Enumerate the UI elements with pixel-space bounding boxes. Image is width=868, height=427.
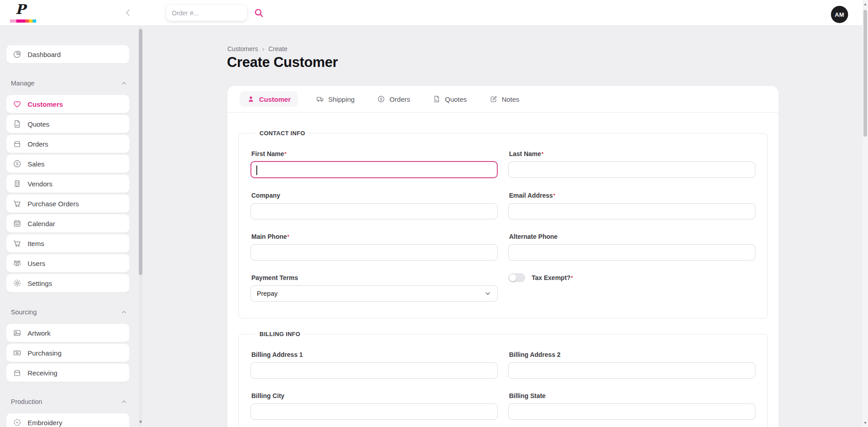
billing-address-2-input[interactable]	[508, 362, 755, 379]
sidebar-scroll-down-icon[interactable]: ▼	[137, 419, 144, 425]
sidebar-collapse-button[interactable]	[123, 8, 133, 18]
chevron-up-icon	[120, 308, 127, 316]
logo-colorbar	[10, 19, 36, 23]
svg-text:$: $	[380, 97, 382, 101]
sidebar-item-users[interactable]: Users	[6, 254, 129, 272]
sidebar-item-purchase-orders[interactable]: Purchase Orders	[6, 195, 129, 213]
page-scrollbar[interactable]: ▲ ▼	[863, 0, 868, 427]
field-label-text: Tax Exempt?	[532, 274, 571, 281]
last-name-input[interactable]	[508, 161, 755, 178]
page-scrollbar-thumb[interactable]	[863, 10, 867, 137]
company-input[interactable]	[250, 203, 498, 219]
page-title: Create Customer	[227, 54, 338, 71]
email-address-input[interactable]	[508, 203, 755, 219]
field-label: Tax Exempt?*	[532, 274, 573, 282]
sidebar-item-label: Items	[28, 240, 44, 247]
main-phone-input[interactable]	[250, 244, 498, 261]
section-header-manage[interactable]: Manage	[11, 80, 127, 87]
alternate-phone-input[interactable]	[508, 244, 755, 261]
money-icon	[13, 348, 22, 357]
field-grid: First Name*Last Name*CompanyEmail Addres…	[250, 150, 755, 302]
sidebar-item-label: Purchase Orders	[28, 200, 79, 208]
sidebar-item-label: Quotes	[28, 120, 49, 128]
chevron-left-icon	[123, 8, 133, 18]
tab-shipping[interactable]: Shipping	[311, 91, 359, 107]
logo-letter: P	[15, 1, 26, 17]
tab-label: Shipping	[328, 95, 354, 103]
field-email-address: Email Address*	[508, 192, 755, 219]
search-button[interactable]	[254, 8, 264, 18]
logo-colorbar-segment	[16, 19, 25, 23]
billing-address-1-input[interactable]	[250, 362, 498, 379]
tab-notes[interactable]: Notes	[485, 91, 524, 107]
section-billing-info: BILLING INFOBilling Address 1Billing Add…	[238, 331, 768, 427]
first-name-input[interactable]	[250, 161, 498, 178]
sidebar-scrollbar[interactable]	[139, 26, 142, 426]
order-search-input[interactable]	[166, 5, 247, 21]
field-label-text: First Name	[251, 150, 284, 157]
section-header-production[interactable]: Production	[11, 398, 127, 405]
sidebar-item-vendors[interactable]: Vendors	[6, 175, 129, 193]
tab-label: Customer	[259, 95, 291, 103]
sidebar-item-quotes[interactable]: Quotes	[6, 115, 129, 133]
sidebar-item-orders[interactable]: Orders	[6, 135, 129, 153]
field-billing-state: Billing State	[508, 392, 755, 420]
sidebar-item-embroidery[interactable]: Embroidery	[6, 413, 129, 427]
logo-colorbar-segment	[29, 19, 33, 23]
section-header-sourcing[interactable]: Sourcing	[11, 308, 127, 316]
toggle-knob	[509, 274, 516, 281]
scroll-up-arrow-icon[interactable]: ▲	[863, 1, 868, 7]
sidebar-item-artwork[interactable]: Artwork	[6, 324, 129, 342]
payment-terms-select[interactable]: Prepay	[250, 285, 498, 302]
field-first-name: First Name*	[250, 150, 498, 178]
sidebar-item-label: Purchasing	[28, 349, 61, 357]
sidebar-item-calendar[interactable]: Calendar	[6, 214, 129, 232]
section-legend: BILLING INFO	[256, 331, 304, 337]
sidebar-item-sales[interactable]: $Sales	[6, 155, 129, 173]
chevron-down-icon	[484, 290, 491, 297]
sidebar-scrollbar-thumb[interactable]	[139, 29, 142, 275]
field-billing-address-2: Billing Address 2	[508, 351, 755, 379]
logo-colorbar-segment	[10, 19, 16, 23]
users-icon	[13, 259, 22, 268]
tab-label: Notes	[502, 95, 519, 103]
cart-icon	[13, 199, 22, 208]
app-logo[interactable]: P	[10, 1, 37, 24]
tab-orders[interactable]: $Orders	[373, 91, 415, 107]
field-alternate-phone: Alternate Phone	[508, 233, 755, 261]
sidebar-item-items[interactable]: Items	[6, 234, 129, 252]
sidebar-item-settings[interactable]: Settings	[6, 274, 129, 292]
sidebar-item-customers[interactable]: Customers	[6, 95, 129, 113]
field-grid: Billing Address 1Billing Address 2Billin…	[250, 351, 755, 420]
sidebar-item-label: Dashboard	[28, 51, 61, 58]
billing-state-input[interactable]	[508, 403, 755, 420]
field-label: First Name*	[251, 150, 498, 158]
sidebar-item-label: Customers	[28, 100, 63, 108]
field-label-text: Billing City	[251, 392, 284, 399]
sidebar-item-label: Artwork	[28, 329, 51, 337]
required-asterisk: *	[542, 151, 543, 157]
breadcrumb-item-customers[interactable]: Customers	[227, 45, 258, 52]
toggle-field: Tax Exempt?*	[508, 273, 755, 282]
building-icon	[13, 179, 22, 188]
svg-text:$: $	[16, 161, 19, 166]
field-company: Company	[250, 192, 498, 219]
tax-exempt-toggle[interactable]	[508, 273, 525, 282]
breadcrumb-item-create: Create	[269, 45, 288, 52]
billing-city-input[interactable]	[250, 403, 498, 420]
field-label: Last Name*	[509, 150, 755, 158]
search-icon	[254, 8, 264, 18]
logo-colorbar-segment	[33, 19, 36, 23]
field-main-phone: Main Phone*	[250, 233, 498, 261]
tab-quotes[interactable]: Quotes	[428, 91, 471, 107]
sidebar-item-dashboard[interactable]: Dashboard	[6, 45, 129, 63]
required-asterisk: *	[284, 151, 286, 157]
tab-customer[interactable]: Customer	[240, 91, 298, 107]
section-legend: CONTACT INFO	[256, 130, 309, 137]
file-icon	[13, 119, 22, 128]
sidebar-item-receiving[interactable]: Receiving	[6, 364, 129, 382]
scroll-down-arrow-icon[interactable]: ▼	[863, 420, 868, 426]
sidebar-item-label: Sales	[28, 160, 45, 168]
sidebar-item-purchasing[interactable]: Purchasing	[6, 344, 129, 362]
user-avatar[interactable]: AM	[831, 6, 848, 23]
